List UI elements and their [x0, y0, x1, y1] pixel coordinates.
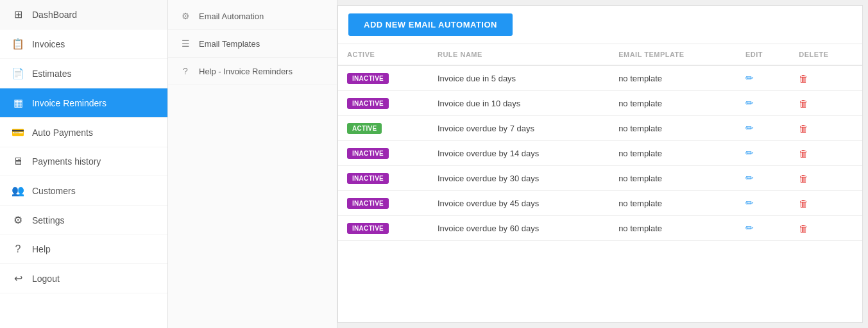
sidebar-label-invoices: Invoices [32, 39, 65, 49]
sidebar-icon-invoices: 📋 [12, 38, 24, 50]
table-header-row: ACTIVERULE NAMEEMAIL TEMPLATEEDITDELETE [338, 44, 862, 65]
edit-icon[interactable]: ✏ [745, 222, 754, 233]
sidebar-item-auto-payments[interactable]: 💳 Auto Payments [0, 118, 167, 147]
sub-sidebar-label-help-invoice-reminders: Help - Invoice Reminders [199, 67, 293, 76]
sidebar-label-payments-history: Payments history [32, 156, 101, 167]
delete-cell: 🗑 [790, 91, 862, 116]
delete-icon[interactable]: 🗑 [799, 148, 808, 159]
table-row: ACTIVE Invoice overdue by 7 days no temp… [338, 116, 862, 141]
automation-table: ACTIVERULE NAMEEMAIL TEMPLATEEDITDELETE … [338, 44, 862, 241]
delete-icon[interactable]: 🗑 [799, 223, 808, 234]
sub-sidebar-item-email-templates[interactable]: ☰ Email Templates [168, 30, 337, 58]
email-template-cell: no template [609, 191, 736, 216]
add-new-email-automation-button[interactable]: ADD NEW EMAIL AUTOMATION [348, 13, 513, 36]
delete-icon[interactable]: 🗑 [799, 173, 808, 184]
sidebar-item-customers[interactable]: 👥 Customers [0, 176, 167, 206]
email-template-cell: no template [609, 141, 736, 166]
sub-sidebar-item-email-automation[interactable]: ⚙ Email Automation [168, 3, 337, 30]
status-cell: INACTIVE [338, 141, 429, 166]
sidebar-label-help: Help [32, 244, 51, 254]
sidebar-item-settings[interactable]: ⚙ Settings [0, 206, 167, 235]
status-cell: INACTIVE [338, 216, 429, 241]
sidebar-item-estimates[interactable]: 📄 Estimates [0, 59, 167, 88]
delete-icon[interactable]: 🗑 [799, 123, 808, 134]
email-template-cell: no template [609, 91, 736, 116]
edit-cell: ✏ [736, 91, 790, 116]
sub-sidebar-label-email-templates: Email Templates [199, 39, 260, 49]
rule-name-cell: Invoice overdue by 45 days [429, 191, 609, 216]
col-header-email_template: EMAIL TEMPLATE [609, 44, 736, 65]
delete-cell: 🗑 [790, 116, 862, 141]
status-badge: INACTIVE [347, 148, 389, 159]
table-row: INACTIVE Invoice overdue by 60 days no t… [338, 216, 862, 241]
table-row: INACTIVE Invoice overdue by 14 days no t… [338, 141, 862, 166]
sidebar-label-auto-payments: Auto Payments [32, 127, 93, 138]
edit-cell: ✏ [736, 216, 790, 241]
edit-cell: ✏ [736, 191, 790, 216]
sidebar-icon-settings: ⚙ [12, 214, 24, 226]
table-row: INACTIVE Invoice due in 5 days no templa… [338, 65, 862, 91]
rule-name-cell: Invoice overdue by 14 days [429, 141, 609, 166]
delete-cell: 🗑 [790, 216, 862, 241]
sidebar-icon-invoice-reminders: ▦ [12, 97, 24, 109]
status-cell: INACTIVE [338, 91, 429, 116]
edit-icon[interactable]: ✏ [745, 172, 754, 183]
edit-cell: ✏ [736, 65, 790, 91]
sub-sidebar-icon-help-invoice-reminders: ? [180, 66, 191, 76]
sidebar: ⊞ DashBoard 📋 Invoices 📄 Estimates ▦ Inv… [0, 0, 168, 328]
sidebar-item-invoices[interactable]: 📋 Invoices [0, 29, 167, 59]
rule-name-cell: Invoice overdue by 30 days [429, 166, 609, 191]
edit-icon[interactable]: ✏ [745, 197, 754, 208]
sub-sidebar: ⚙ Email Automation ☰ Email Templates ? H… [168, 0, 337, 328]
delete-cell: 🗑 [790, 166, 862, 191]
delete-cell: 🗑 [790, 141, 862, 166]
email-template-cell: no template [609, 116, 736, 141]
toolbar: ADD NEW EMAIL AUTOMATION [338, 6, 862, 44]
sidebar-item-payments-history[interactable]: 🖥 Payments history [0, 147, 167, 176]
sub-sidebar-item-help-invoice-reminders[interactable]: ? Help - Invoice Reminders [168, 58, 337, 85]
rule-name-cell: Invoice overdue by 7 days [429, 116, 609, 141]
col-header-active: ACTIVE [338, 44, 429, 65]
sidebar-icon-customers: 👥 [12, 184, 24, 197]
status-badge: ACTIVE [347, 123, 382, 134]
edit-icon[interactable]: ✏ [745, 147, 754, 158]
sidebar-icon-logout: ↩ [12, 272, 24, 284]
sidebar-icon-estimates: 📄 [12, 67, 24, 79]
sidebar-item-dashboard[interactable]: ⊞ DashBoard [0, 0, 167, 29]
delete-cell: 🗑 [790, 191, 862, 216]
sidebar-label-estimates: Estimates [32, 69, 71, 79]
status-badge: INACTIVE [347, 73, 389, 84]
rule-name-cell: Invoice due in 5 days [429, 65, 609, 91]
sidebar-label-settings: Settings [32, 215, 65, 226]
table-row: INACTIVE Invoice overdue by 45 days no t… [338, 191, 862, 216]
email-template-cell: no template [609, 65, 736, 91]
delete-icon[interactable]: 🗑 [799, 198, 808, 209]
status-cell: INACTIVE [338, 191, 429, 216]
edit-cell: ✏ [736, 166, 790, 191]
edit-icon[interactable]: ✏ [745, 72, 754, 83]
table-wrapper[interactable]: ACTIVERULE NAMEEMAIL TEMPLATEEDITDELETE … [338, 44, 862, 322]
sidebar-icon-payments-history: 🖥 [12, 156, 24, 167]
edit-icon[interactable]: ✏ [745, 97, 754, 108]
edit-icon[interactable]: ✏ [745, 122, 754, 133]
status-badge: INACTIVE [347, 198, 389, 209]
status-cell: ACTIVE [338, 116, 429, 141]
main-content: ADD NEW EMAIL AUTOMATION ACTIVERULE NAME… [337, 5, 863, 323]
sidebar-item-help[interactable]: ? Help [0, 235, 167, 264]
table-row: INACTIVE Invoice due in 10 days no templ… [338, 91, 862, 116]
status-cell: INACTIVE [338, 65, 429, 91]
sidebar-item-logout[interactable]: ↩ Logout [0, 264, 167, 293]
col-header-rule_name: RULE NAME [429, 44, 609, 65]
sidebar-label-logout: Logout [32, 274, 60, 284]
sidebar-label-invoice-reminders: Invoice Reminders [32, 98, 106, 108]
status-badge: INACTIVE [347, 173, 389, 184]
email-template-cell: no template [609, 216, 736, 241]
email-template-cell: no template [609, 166, 736, 191]
sub-sidebar-icon-email-templates: ☰ [180, 38, 191, 49]
delete-icon[interactable]: 🗑 [799, 98, 808, 109]
sidebar-icon-auto-payments: 💳 [12, 126, 24, 138]
delete-icon[interactable]: 🗑 [799, 73, 808, 84]
rule-name-cell: Invoice overdue by 60 days [429, 216, 609, 241]
sidebar-item-invoice-reminders[interactable]: ▦ Invoice Reminders [0, 88, 167, 118]
edit-cell: ✏ [736, 116, 790, 141]
